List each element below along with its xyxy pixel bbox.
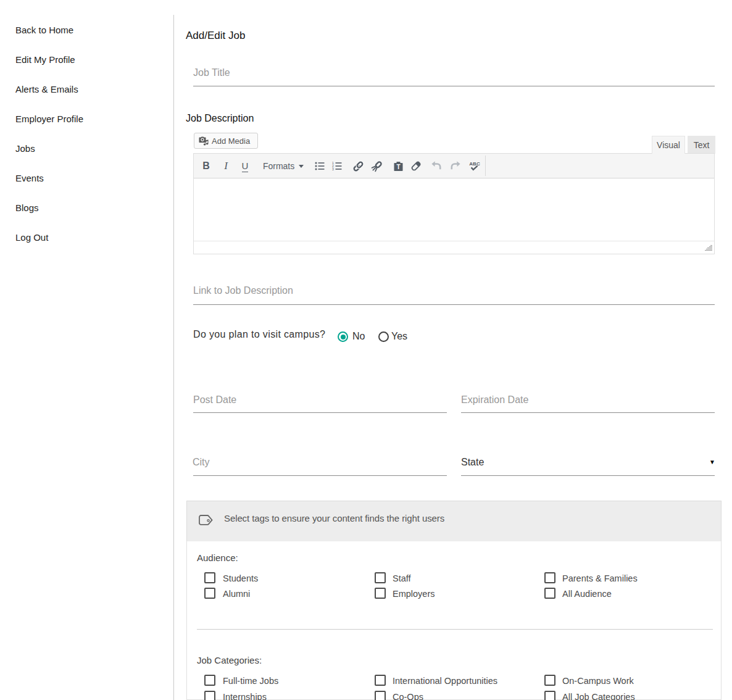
svg-text:3: 3 <box>332 167 334 171</box>
svg-text:ABC: ABC <box>469 161 480 167</box>
svg-text:T: T <box>396 164 400 170</box>
